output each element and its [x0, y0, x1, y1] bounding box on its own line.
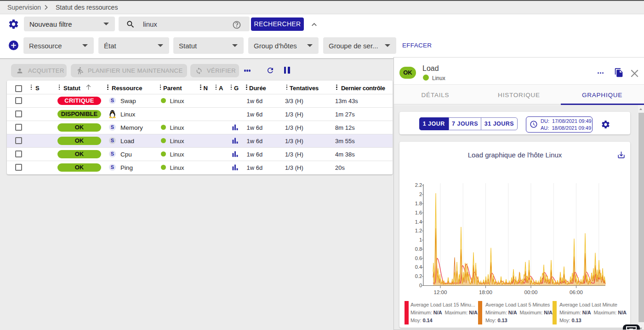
svg-text:12:00: 12:00	[434, 289, 447, 295]
svg-text:00:00: 00:00	[524, 289, 538, 295]
svg-text:0.4: 0.4	[415, 264, 422, 270]
svg-text:0.6: 0.6	[415, 255, 422, 261]
svg-text:06:00: 06:00	[570, 289, 583, 295]
svg-text:0.8: 0.8	[415, 246, 422, 252]
svg-text:2.2: 2.2	[415, 182, 422, 188]
svg-text:1.4: 1.4	[415, 219, 422, 225]
svg-text:1.6: 1.6	[415, 210, 422, 215]
svg-text:1.2: 1.2	[415, 228, 422, 233]
svg-text:1: 1	[419, 237, 422, 243]
svg-text:0.2: 0.2	[415, 273, 422, 279]
svg-text:0: 0	[419, 283, 422, 288]
svg-text:1.8: 1.8	[415, 201, 422, 206]
svg-text:18:00: 18:00	[479, 289, 492, 295]
svg-text:2: 2	[419, 191, 422, 197]
